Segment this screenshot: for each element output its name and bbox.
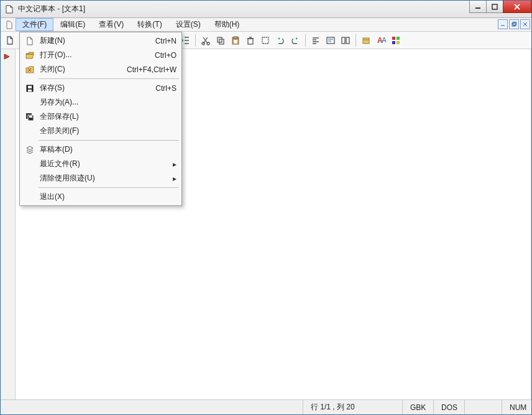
statusbar: 行 1/1 , 列 20 GBK DOS NUM bbox=[1, 399, 531, 414]
menu-item-shortcut: Ctrl+N bbox=[149, 37, 177, 45]
svg-rect-45 bbox=[29, 116, 32, 118]
tool-new[interactable] bbox=[3, 34, 17, 47]
svg-rect-26 bbox=[234, 37, 237, 39]
tool-undo[interactable] bbox=[273, 34, 287, 47]
svg-rect-37 bbox=[397, 37, 400, 40]
window-title: 中文记事本 - [文本1] bbox=[18, 4, 85, 14]
mdi-restore[interactable] bbox=[509, 19, 519, 29]
menu-item-label: 全部保存(L) bbox=[36, 111, 170, 122]
new-icon bbox=[24, 35, 36, 47]
submenu-arrow-icon: ▸ bbox=[170, 160, 177, 169]
gutter bbox=[1, 49, 16, 399]
tool-copy[interactable] bbox=[214, 34, 227, 47]
status-numlock: NUM bbox=[502, 400, 531, 414]
file-menu-item[interactable]: 保存(S)Ctrl+S bbox=[21, 81, 180, 95]
menu-separator bbox=[39, 140, 179, 141]
menu-view[interactable]: 查看(V) bbox=[92, 18, 131, 31]
blank-icon bbox=[24, 159, 36, 170]
sep bbox=[195, 34, 196, 47]
tool-selectall[interactable] bbox=[259, 34, 272, 47]
file-menu-item[interactable]: 清除使用痕迹(U)▸ bbox=[21, 171, 180, 185]
menu-separator bbox=[39, 78, 179, 79]
draft-icon bbox=[24, 144, 36, 156]
svg-rect-31 bbox=[342, 37, 345, 44]
svg-rect-3 bbox=[512, 23, 515, 26]
svg-rect-38 bbox=[392, 41, 395, 44]
svg-rect-39 bbox=[397, 41, 400, 44]
doc-icon bbox=[3, 18, 16, 31]
menu-item-shortcut: Ctrl+S bbox=[149, 84, 177, 93]
menubar: 文件(F) 编辑(E) 查看(V) 转换(T) 设置(S) 帮助(H) bbox=[1, 18, 531, 32]
mdi-close[interactable] bbox=[520, 19, 530, 29]
menu-separator bbox=[39, 187, 179, 188]
file-menu-item[interactable]: 另存为(A)... bbox=[21, 95, 180, 110]
tool-align-left[interactable] bbox=[309, 34, 323, 47]
tool-paste[interactable] bbox=[229, 34, 242, 47]
menu-item-label: 新建(N) bbox=[36, 35, 149, 46]
menu-help[interactable]: 帮助(H) bbox=[208, 18, 247, 31]
menu-item-label: 最近文件(R) bbox=[36, 159, 170, 169]
file-menu-dropdown: 新建(N)Ctrl+N打开(O)...Ctrl+O关闭(C)Ctrl+F4,Ct… bbox=[19, 32, 182, 206]
file-menu-item[interactable]: 最近文件(R)▸ bbox=[21, 157, 180, 171]
menu-item-label: 全部关闭(F) bbox=[36, 126, 170, 136]
blank-icon bbox=[24, 126, 36, 137]
window-controls bbox=[470, 1, 531, 13]
status-eol: DOS bbox=[433, 400, 464, 414]
menu-item-label: 保存(S) bbox=[36, 83, 149, 93]
blank-icon bbox=[24, 97, 36, 108]
minimize-button[interactable] bbox=[469, 1, 487, 13]
menu-convert[interactable]: 转换(T) bbox=[131, 18, 168, 31]
tool-columns[interactable] bbox=[339, 34, 352, 47]
close-button[interactable] bbox=[503, 1, 531, 13]
blank-icon bbox=[24, 173, 36, 184]
svg-rect-27 bbox=[234, 40, 237, 44]
tool-wrap[interactable] bbox=[324, 34, 337, 47]
tool-delete[interactable] bbox=[244, 34, 257, 47]
save-icon bbox=[24, 83, 36, 94]
svg-rect-4 bbox=[513, 22, 516, 26]
menu-edit[interactable]: 编辑(E) bbox=[53, 18, 92, 31]
file-menu-item[interactable]: 全部保存(L) bbox=[21, 110, 180, 124]
tool-settings[interactable] bbox=[359, 34, 373, 47]
svg-rect-36 bbox=[392, 37, 395, 40]
menu-item-shortcut: Ctrl+O bbox=[149, 51, 177, 60]
svg-rect-33 bbox=[363, 38, 369, 44]
marker-icon bbox=[3, 53, 11, 62]
submenu-arrow-icon: ▸ bbox=[170, 174, 177, 183]
app-icon bbox=[4, 4, 14, 14]
svg-text:A: A bbox=[382, 36, 386, 45]
tool-cut[interactable] bbox=[199, 34, 213, 47]
menu-file[interactable]: 文件(F) bbox=[16, 18, 53, 31]
file-menu-item[interactable]: 退出(X) bbox=[21, 190, 180, 204]
file-menu-item[interactable]: 草稿本(D) bbox=[21, 142, 180, 157]
svg-rect-29 bbox=[262, 37, 268, 44]
svg-rect-1 bbox=[492, 4, 497, 9]
menu-item-label: 退出(X) bbox=[36, 192, 170, 202]
menu-settings[interactable]: 设置(S) bbox=[169, 18, 208, 31]
maximize-button[interactable] bbox=[486, 1, 503, 13]
tool-font[interactable]: AA bbox=[374, 34, 388, 47]
menu-item-shortcut: Ctrl+F4,Ctrl+W bbox=[121, 65, 177, 74]
file-menu-item[interactable]: 全部关闭(F) bbox=[21, 124, 180, 138]
status-spacer bbox=[1, 400, 303, 414]
menu-item-label: 打开(O)... bbox=[36, 50, 149, 60]
sep bbox=[355, 34, 356, 47]
saveall-icon bbox=[24, 111, 36, 123]
mdi-minimize[interactable] bbox=[498, 19, 508, 29]
menu-item-label: 草稿本(D) bbox=[36, 144, 170, 155]
blank-icon bbox=[24, 192, 36, 203]
open-icon bbox=[24, 50, 36, 61]
tool-redo[interactable] bbox=[288, 34, 302, 47]
status-spare bbox=[464, 400, 502, 414]
svg-rect-42 bbox=[28, 90, 32, 91]
status-position: 行 1/1 , 列 20 bbox=[303, 400, 402, 414]
file-menu-item[interactable]: 打开(O)...Ctrl+O bbox=[21, 48, 180, 62]
file-menu-item[interactable]: 关闭(C)Ctrl+F4,Ctrl+W bbox=[21, 62, 180, 77]
menu-item-label: 关闭(C) bbox=[36, 64, 121, 75]
mdi-controls bbox=[498, 19, 530, 29]
svg-rect-28 bbox=[248, 39, 253, 44]
file-menu-item[interactable]: 新建(N)Ctrl+N bbox=[21, 34, 180, 48]
tool-color[interactable] bbox=[389, 34, 403, 47]
svg-rect-32 bbox=[346, 37, 349, 44]
sep bbox=[305, 34, 306, 47]
